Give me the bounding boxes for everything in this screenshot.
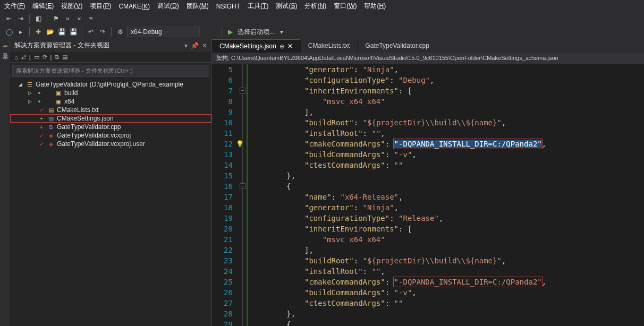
tree-file[interactable]: +⧉GateTypeValidator.cpp <box>10 123 211 131</box>
prev-icon[interactable]: « <box>74 14 84 23</box>
code-editor[interactable]: 5678910111213141516171819202122232425262… <box>212 64 644 326</box>
toolbar-2: ◯ ▸ ✚ 📂 💾 💾 ↶ ↷ ⚙ x64-Debug ▶ 选择启动项... ▾ <box>0 25 644 39</box>
menu-item[interactable]: 团队(M) <box>187 2 209 11</box>
panel-title: 解决方案资源管理器 - 文件夹视图 ▾ 📌 ✕ <box>10 39 211 52</box>
menu-item[interactable]: CMAKE(K) <box>118 3 150 10</box>
tree-file[interactable]: ✓◈GateTypeValidator.vcxproj.user <box>10 140 211 148</box>
panel-dropdown-icon[interactable]: ▾ <box>184 42 188 49</box>
close-icon[interactable]: ✕ <box>287 42 293 50</box>
nav-indent-icon[interactable]: ⇥ <box>16 14 26 23</box>
solution-explorer: 解决方案资源管理器 - 文件夹视图 ▾ 📌 ✕ ⌂ ⇄ | ▭ ⟳ | ⧉ ▤ … <box>10 39 212 326</box>
new-file-icon[interactable]: ✚ <box>33 27 43 37</box>
tree-folder[interactable]: ▷●▣x64 <box>10 97 211 106</box>
menu-item[interactable]: 视图(V) <box>61 2 82 11</box>
fold-minus-icon[interactable]: − <box>240 88 245 93</box>
copy-icon[interactable]: ⧉ <box>55 54 59 61</box>
schema-bar: 架构: C:\Users\QuantumBYLZ0604\AppData\Loc… <box>212 53 644 64</box>
side-tab-server-explorer[interactable]: 服务器资源管理器 <box>0 39 10 47</box>
save-all-icon[interactable]: 💾 <box>69 27 78 37</box>
back-icon[interactable]: ◯ <box>4 27 14 37</box>
flag-icon[interactable]: ⚑ <box>51 14 61 23</box>
fold-minus-icon[interactable]: − <box>240 183 245 189</box>
open-icon[interactable]: 📂 <box>45 27 55 37</box>
document-tab[interactable]: CMakeSettings.json ⊕ ✕ <box>212 39 301 53</box>
lightbulb-icon[interactable]: 💡 <box>236 139 244 149</box>
tree-folder[interactable]: ▷●▣build <box>10 89 211 97</box>
code-text[interactable]: "generator": "Ninja", "configurationType… <box>247 64 546 326</box>
refresh-icon[interactable]: ⟳ <box>43 54 47 61</box>
view-icon[interactable]: ▤ <box>62 54 67 61</box>
line-number-gutter: 5678910111213141516171819202122232425262… <box>212 64 239 326</box>
document-tab[interactable]: GateTypeValidator.cpp <box>358 39 437 53</box>
menu-item[interactable]: 调试(D) <box>157 2 179 11</box>
list-icon[interactable]: ≡ <box>86 14 96 23</box>
config-select[interactable]: x64-Debug <box>127 27 200 37</box>
fold-gutter[interactable]: −− <box>239 64 247 326</box>
redo-icon[interactable]: ↷ <box>98 27 107 37</box>
tree-file[interactable]: ✓◈GateTypeValidator.vcxproj <box>10 131 211 140</box>
config-icon[interactable]: ⚙ <box>115 27 125 37</box>
menu-bar: 文件(F)编辑(E)视图(V)项目(P)CMAKE(K)调试(D)团队(M)NS… <box>0 0 644 12</box>
menu-item[interactable]: 测试(S) <box>276 2 297 11</box>
tree-file[interactable]: ✓▤CMakeLists.txt <box>10 106 211 114</box>
document-tabs: CMakeSettings.json ⊕ ✕CMakeLists.txtGate… <box>212 39 644 53</box>
menu-item[interactable]: 文件(F) <box>4 2 25 11</box>
toolbar-1: ⇤ ⇥ ◧ ⚑ » « ≡ <box>0 12 644 25</box>
side-tab-toolbox[interactable]: 工具箱 <box>0 47 10 53</box>
tree-file[interactable]: +▤CMakeSettings.json <box>10 114 211 123</box>
panel-close-icon[interactable]: ✕ <box>202 42 207 49</box>
editor-area: CMakeSettings.json ⊕ ✕CMakeLists.txtGate… <box>212 39 644 326</box>
menu-item[interactable]: 编辑(E) <box>32 2 54 11</box>
menu-item[interactable]: 帮助(H) <box>364 2 386 11</box>
undo-icon[interactable]: ↶ <box>86 27 96 37</box>
next-icon[interactable]: » <box>63 14 72 23</box>
start-dropdown-icon[interactable]: ▾ <box>277 27 286 37</box>
switch-icon[interactable]: ⇄ <box>21 54 26 61</box>
menu-item[interactable]: 窗口(W) <box>334 2 357 11</box>
start-label[interactable]: 选择启动项... <box>238 28 275 37</box>
menu-item[interactable]: 项目(P) <box>90 2 111 11</box>
panel-title-text: 解决方案资源管理器 - 文件夹视图 <box>14 41 109 50</box>
menu-item[interactable]: 分析(N) <box>304 2 326 11</box>
collapse-icon[interactable]: ▭ <box>34 54 39 61</box>
bookmark-icon[interactable]: ◧ <box>33 14 43 23</box>
save-icon[interactable]: 💾 <box>57 27 66 37</box>
home-icon[interactable]: ⌂ <box>14 54 18 61</box>
forward-icon[interactable]: ▸ <box>16 27 26 37</box>
document-tab[interactable]: CMakeLists.txt <box>301 39 358 53</box>
panel-pin-icon[interactable]: 📌 <box>191 42 199 49</box>
tree-root[interactable]: ◢☰GateTypeValidator (D:\gitProg\git_QPan… <box>10 80 211 89</box>
explorer-toolbar: ⌂ ⇄ | ▭ ⟳ | ⧉ ▤ <box>10 52 211 63</box>
explorer-search[interactable]: 搜索解决方案资源管理器 - 文件夹视图(Ctrl+;) <box>12 65 209 77</box>
nav-outdent-icon[interactable]: ⇤ <box>4 14 14 23</box>
menu-item[interactable]: NSIGHT <box>216 3 240 10</box>
file-tree: ◢☰GateTypeValidator (D:\gitProg\git_QPan… <box>10 79 211 326</box>
play-icon[interactable]: ▶ <box>226 27 235 37</box>
menu-item[interactable]: 工具(T) <box>248 2 268 11</box>
